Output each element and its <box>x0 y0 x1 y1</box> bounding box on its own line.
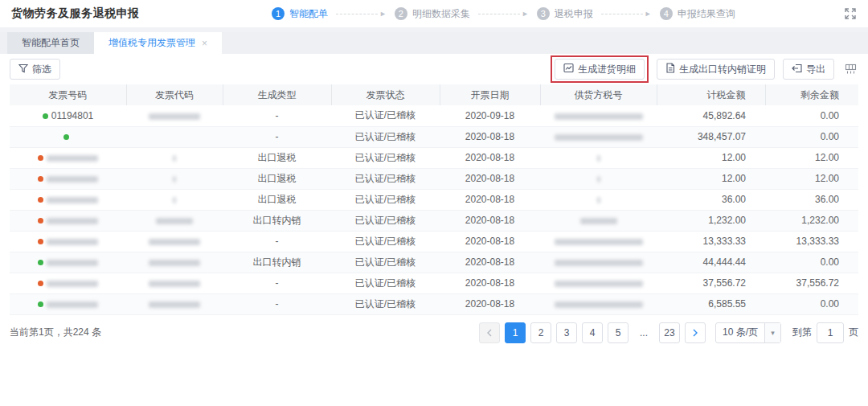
cell-invoice-code <box>126 210 223 231</box>
table-row[interactable]: -已认证/已稽核2020-08-1837,556.7237,556.72 <box>10 273 858 293</box>
step-label: 退税申报 <box>555 7 593 21</box>
cell-invoice-code <box>126 189 223 210</box>
column-settings-icon[interactable] <box>842 61 858 77</box>
cell-issue-date: 2020-08-18 <box>440 210 540 231</box>
cell-invoice-code <box>126 126 223 147</box>
status-dot <box>38 301 43 307</box>
cell-supplier-tax-id <box>540 126 657 147</box>
page-button-5[interactable]: 5 <box>608 322 628 343</box>
page-button-2[interactable]: 2 <box>530 322 551 343</box>
cell-tax-amount: 44,444.44 <box>657 252 765 273</box>
tab-bar: 智能配单首页增值税专用发票管理× <box>0 32 868 54</box>
redacted-value <box>47 155 98 162</box>
cell-generate-type: - <box>223 126 331 147</box>
cell-invoice-status: 已认证/已稽核 <box>331 105 440 126</box>
column-header: 发票状态 <box>331 84 440 105</box>
cell-generate-type: - <box>223 105 331 126</box>
cell-tax-amount: 13,333.33 <box>657 231 765 252</box>
table-footer: 当前第1页，共224 条 12345...23 10 条/页 ▾ 到第 页 <box>0 315 868 351</box>
red-highlight-annotation: 生成进货明细 <box>551 55 649 83</box>
cell-remain-amount: 12.00 <box>765 168 858 189</box>
cell-supplier-tax-id <box>540 231 657 252</box>
page-button-23[interactable]: 23 <box>659 322 680 343</box>
page-button-3[interactable]: 3 <box>556 322 577 343</box>
table-row[interactable]: -已认证/已稽核2020-08-1813,333.3313,333.33 <box>10 231 858 252</box>
table-row[interactable]: -已认证/已稽核2020-08-186,585.550.00 <box>10 293 858 314</box>
redacted-value <box>47 218 98 224</box>
redacted-value <box>597 197 600 203</box>
cell-issue-date: 2020-08-18 <box>440 189 540 210</box>
cell-invoice-status: 已认证/已稽核 <box>331 147 440 168</box>
cell-remain-amount: 13,333.33 <box>765 231 858 252</box>
next-page-button[interactable] <box>685 322 706 343</box>
redacted-value <box>555 301 643 308</box>
tab-1[interactable]: 增值税专用发票管理× <box>94 32 222 54</box>
goto-page-label: 到第 <box>792 326 812 339</box>
cell-issue-date: 2020-08-18 <box>440 231 540 252</box>
table-body: 01194801-已认证/已稽核2020-09-1845,892.640.00-… <box>10 105 858 314</box>
table-row[interactable]: 01194801-已认证/已稽核2020-09-1845,892.640.00 <box>10 105 858 126</box>
cell-remain-amount: 36.00 <box>765 189 858 210</box>
cell-issue-date: 2020-08-18 <box>440 273 540 293</box>
cell-invoice-status: 已认证/已稽核 <box>331 189 440 210</box>
table-row[interactable]: 出口退税已认证/已稽核2020-08-1812.0012.00 <box>10 168 858 189</box>
redacted-value <box>149 239 200 245</box>
generate-purchase-detail-button[interactable]: 生成进货明细 <box>555 59 645 80</box>
cell-tax-amount: 37,556.72 <box>657 273 765 293</box>
redacted-value <box>555 281 643 287</box>
redacted-value <box>47 239 98 245</box>
document-icon <box>665 63 675 76</box>
fullscreen-icon[interactable] <box>844 7 857 20</box>
cell-invoice-number <box>10 126 126 147</box>
status-dot <box>38 281 43 286</box>
redacted-value <box>47 197 98 203</box>
generate-export-cert-button[interactable]: 生成出口转内销证明 <box>657 59 775 80</box>
table-row[interactable]: 出口转内销已认证/已稽核2020-08-1844,444.440.00 <box>10 252 858 273</box>
cell-generate-type: - <box>223 231 331 252</box>
page-button-4[interactable]: 4 <box>582 322 603 343</box>
step-3: 3 退税申报 <box>537 7 593 21</box>
funnel-icon <box>18 64 28 76</box>
cell-supplier-tax-id <box>540 105 657 126</box>
cell-invoice-number <box>10 273 126 293</box>
status-dot <box>38 239 43 244</box>
table-row[interactable]: 出口退税已认证/已稽核2020-08-1836.0036.00 <box>10 189 858 210</box>
step-number-badge: 3 <box>537 7 550 20</box>
table-row[interactable]: 出口转内销已认证/已稽核2020-08-181,232.001,232.00 <box>10 210 858 231</box>
pagination: 12345...23 10 条/页 ▾ 到第 页 <box>479 322 858 343</box>
cell-invoice-status: 已认证/已稽核 <box>331 126 440 147</box>
page-button-1[interactable]: 1 <box>505 322 526 343</box>
page-size-select[interactable]: 10 条/页 ▾ <box>715 322 781 343</box>
redacted-value <box>47 301 98 308</box>
redacted-value <box>555 134 643 141</box>
status-dot <box>38 197 43 203</box>
cell-supplier-tax-id <box>540 168 657 189</box>
redacted-value <box>149 260 200 266</box>
cell-tax-amount: 6,585.55 <box>657 293 765 314</box>
export-button[interactable]: 导出 <box>783 59 834 80</box>
column-header: 计税金额 <box>657 84 765 105</box>
step-2: 2 明细数据采集 <box>395 7 470 21</box>
redacted-value <box>149 113 200 120</box>
cell-invoice-status: 已认证/已稽核 <box>331 252 440 273</box>
goto-page-input[interactable] <box>817 322 844 343</box>
step-number-badge: 2 <box>395 7 407 20</box>
table-row[interactable]: -已认证/已稽核2020-08-18348,457.070.00 <box>10 126 858 147</box>
prev-page-button[interactable] <box>479 322 500 343</box>
cell-invoice-code <box>126 231 223 252</box>
cell-issue-date: 2020-08-18 <box>440 252 540 273</box>
cell-supplier-tax-id <box>540 252 657 273</box>
cell-invoice-code <box>126 293 223 314</box>
redacted-value <box>580 218 617 224</box>
cell-issue-date: 2020-08-18 <box>440 168 540 189</box>
step-number-badge: 4 <box>660 7 673 20</box>
tab-0[interactable]: 智能配单首页 <box>7 32 94 54</box>
close-icon[interactable]: × <box>202 39 207 48</box>
cell-tax-amount: 45,892.64 <box>657 105 765 126</box>
app-header: 货物劳务及服务退税申报 1 智能配单►2 明细数据采集►3 退税申报►4 申报结… <box>0 0 868 27</box>
redacted-value <box>149 281 200 287</box>
filter-button[interactable]: 筛选 <box>10 59 60 80</box>
status-dot <box>63 134 69 140</box>
table-row[interactable]: 出口退税已认证/已稽核2020-08-1812.0012.00 <box>10 147 858 168</box>
cell-invoice-number: 01194801 <box>10 105 126 126</box>
